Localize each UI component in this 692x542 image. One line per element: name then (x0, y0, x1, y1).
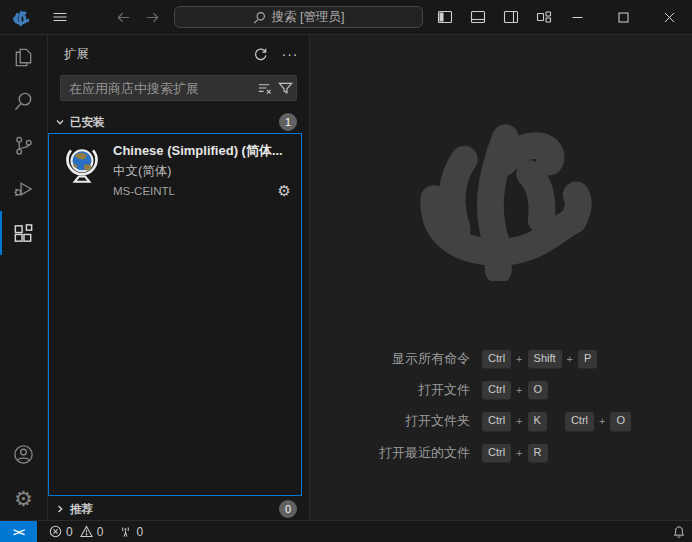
key: Ctrl (565, 412, 594, 430)
command-center-placeholder: 搜索 [管理员] (272, 9, 345, 26)
sidebar-title: 扩展 (64, 46, 89, 63)
key-separator: + (516, 447, 522, 459)
key: Ctrl (482, 381, 511, 399)
shortcut-keys: Ctrl + K Ctrl + O (482, 412, 692, 430)
warning-count: 0 (97, 525, 104, 539)
layout-controls (435, 7, 554, 27)
shortcut-open-folder: 打开文件夹 Ctrl + K Ctrl + O (310, 412, 692, 430)
extension-publisher: MS-CEINTL (113, 185, 175, 197)
key-separator: + (567, 353, 573, 365)
key: K (528, 412, 547, 430)
go-forward-icon[interactable] (145, 10, 160, 25)
shortcut-keys: Ctrl + O (482, 381, 692, 399)
sidebar-item-extensions[interactable] (0, 211, 47, 255)
ports-count: 0 (136, 525, 143, 539)
sidebar-item-source-control[interactable] (0, 123, 47, 167)
bell-icon (672, 525, 686, 539)
problems-status[interactable]: 0 0 (43, 521, 109, 542)
minimize-button-icon[interactable] (554, 0, 600, 34)
more-actions-icon[interactable]: ··· (279, 43, 301, 65)
sidebar-header: 扩展 ··· (48, 35, 309, 73)
extensions-sidebar: 扩展 ··· (48, 35, 310, 520)
menu-icon[interactable] (48, 5, 72, 29)
key: R (528, 444, 548, 462)
go-back-icon[interactable] (116, 10, 131, 25)
toggle-panel-icon[interactable] (468, 7, 488, 27)
vscode-window: 搜索 [管理员] (0, 0, 692, 542)
key: Ctrl (482, 412, 511, 430)
debug-icon (12, 178, 35, 201)
workbench-main: ⚙ 扩展 ··· (0, 35, 692, 520)
error-count: 0 (66, 525, 73, 539)
sidebar-item-manage[interactable]: ⚙ (0, 476, 47, 520)
installed-extensions-list: Chinese (Simplified) (简体... 中文(简体) MS-CE… (48, 133, 302, 496)
recommended-count-badge: 0 (279, 500, 297, 518)
app-coral-logo-icon (12, 8, 30, 26)
status-bar-right (666, 521, 692, 542)
coral-watermark-icon (403, 93, 599, 281)
extension-row-chinese-simplified[interactable]: Chinese (Simplified) (简体... 中文(简体) MS-CE… (49, 134, 301, 206)
status-bar: >< 0 0 0 (0, 520, 692, 542)
shortcut-label: 显示所有命令 (310, 350, 470, 368)
sidebar-item-search[interactable] (0, 79, 47, 123)
gear-icon: ⚙ (14, 488, 33, 509)
filter-icon[interactable] (278, 81, 293, 96)
toggle-secondary-sidebar-icon[interactable] (501, 7, 521, 27)
section-installed-label: 已安装 (70, 115, 105, 130)
ports-status[interactable]: 0 (113, 521, 149, 542)
refresh-icon[interactable] (249, 43, 271, 65)
key: O (528, 381, 549, 399)
search-icon (253, 11, 266, 24)
extension-footer: MS-CEINTL ⚙ (113, 183, 291, 198)
chevron-down-icon (52, 117, 68, 127)
editor-area: 显示所有命令 Ctrl + Shift + P 打开文件 Ctrl + O (310, 35, 692, 520)
section-installed[interactable]: 已安装 1 (48, 111, 309, 133)
key-separator: + (516, 353, 522, 365)
shortcut-label: 打开文件夹 (310, 412, 470, 430)
command-center-search[interactable]: 搜索 [管理员] (174, 6, 423, 28)
extension-info: Chinese (Simplified) (简体... 中文(简体) MS-CE… (113, 142, 291, 198)
shortcut-label: 打开文件 (310, 381, 470, 399)
search-icon (12, 90, 35, 113)
window-controls (554, 0, 692, 34)
extension-name: Chinese (Simplified) (简体... (113, 142, 291, 160)
source-control-branch-icon (12, 134, 35, 157)
sidebar-item-explorer[interactable] (0, 35, 47, 79)
section-recommended[interactable]: 推荐 0 (48, 498, 309, 520)
sidebar-actions: ··· (249, 43, 301, 65)
remote-icon: >< (13, 526, 24, 538)
manage-extension-gear-icon[interactable]: ⚙ (278, 183, 291, 198)
shortcut-keys: Ctrl + Shift + P (482, 350, 692, 368)
key: Ctrl (482, 350, 511, 368)
close-button-icon[interactable] (646, 0, 692, 34)
remote-indicator[interactable]: >< (0, 521, 37, 542)
account-icon (12, 443, 35, 466)
key: O (610, 412, 631, 430)
shortcut-open-file: 打开文件 Ctrl + O (310, 381, 692, 399)
section-recommended-label: 推荐 (70, 502, 93, 517)
maximize-button-icon[interactable] (600, 0, 646, 34)
shortcut-label: 打开最近的文件 (310, 444, 470, 462)
shortcut-keys: Ctrl + R (482, 444, 692, 462)
watermark-shortcuts: 显示所有命令 Ctrl + Shift + P 打开文件 Ctrl + O (310, 350, 692, 462)
key: Shift (528, 350, 562, 368)
title-bar: 搜索 [管理员] (0, 0, 692, 35)
activity-bar-spacer (0, 255, 47, 432)
chevron-right-icon (52, 504, 68, 514)
extensions-search (60, 75, 297, 101)
extensions-icon (12, 222, 35, 245)
key: Ctrl (482, 444, 511, 462)
key: P (578, 350, 597, 368)
shortcut-show-all-commands: 显示所有命令 Ctrl + Shift + P (310, 350, 692, 368)
sidebar-item-accounts[interactable] (0, 432, 47, 476)
extension-description: 中文(简体) (113, 163, 291, 180)
history-navigation (116, 10, 160, 25)
customize-layout-icon[interactable] (534, 7, 554, 27)
activity-bar: ⚙ (0, 35, 48, 520)
files-icon (12, 46, 35, 69)
toggle-primary-sidebar-icon[interactable] (435, 7, 455, 27)
sidebar-item-run-and-debug[interactable] (0, 167, 47, 211)
clear-search-results-icon[interactable] (257, 81, 272, 96)
notifications-bell[interactable] (666, 521, 692, 542)
key-separator: + (516, 384, 522, 396)
